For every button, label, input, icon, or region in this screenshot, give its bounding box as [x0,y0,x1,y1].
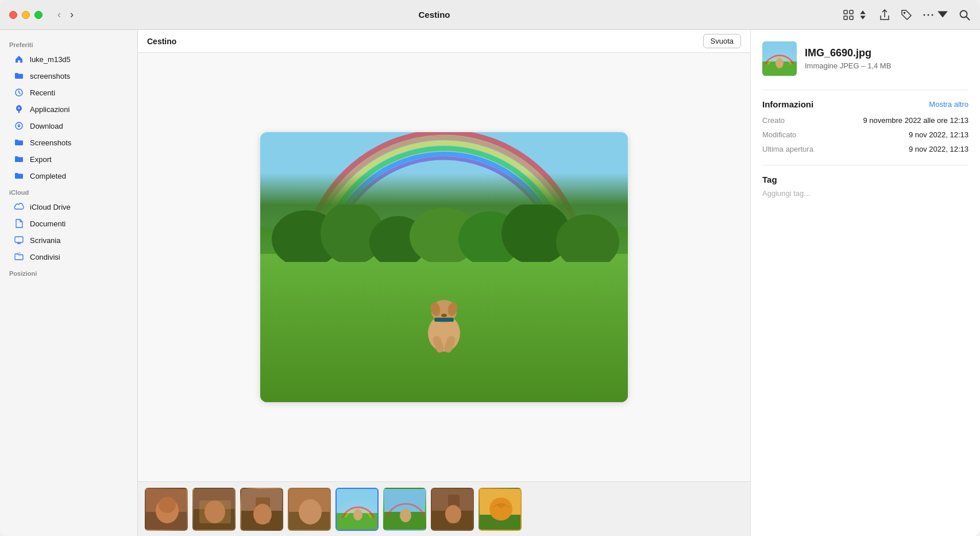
divider-1 [762,90,969,90]
ultima-apertura-value: 9 nov 2022, 12:13 [909,145,969,153]
toolbar [842,9,971,21]
svg-rect-0 [844,10,847,14]
view-switcher-button[interactable] [842,9,869,21]
thumbnail-6[interactable] [383,488,426,531]
svg-point-33 [159,497,176,513]
preview-image [260,132,628,402]
info-panel: IMG_6690.jpg Immagine JPEG – 1,4 MB Info… [750,30,980,536]
thumb-preview-3 [241,489,283,531]
info-row-modificato: Modificato 9 nov 2022, 12:13 [762,130,969,139]
svg-point-57 [489,498,512,520]
thumbnails-strip [138,481,750,536]
sidebar-item-label: Recenti [30,88,55,97]
home-icon [14,54,24,64]
sidebar-item-condivisi[interactable]: Condivisi [5,249,133,265]
search-button[interactable] [958,9,971,21]
breadcrumb-title: Cestino [147,37,176,46]
sidebar-item-documenti[interactable]: Documenti [5,215,133,232]
info-section-header: Informazioni Mostra altro [762,99,969,109]
ellipsis-icon [922,9,935,21]
modificato-label: Modificato [762,130,796,139]
thumb-preview-4 [289,489,331,531]
chevron-down-icon [936,9,949,21]
sidebar-item-icloud-drive[interactable]: iCloud Drive [5,199,133,215]
document-icon [14,218,24,229]
tag-input[interactable]: Aggiungi tag... [762,189,969,198]
info-file-name: IMG_6690.jpg [805,47,891,60]
download-icon [14,121,24,131]
sidebar-item-recenti[interactable]: Recenti [5,84,133,101]
folder-icon [14,71,24,81]
folder-icon [14,154,24,164]
thumbnail-1[interactable] [145,488,188,531]
sidebar-item-label: screenshots [30,72,70,80]
content-pane: Cestino Svuota [138,30,750,536]
folder-icon [14,137,24,148]
sidebar-section-posizioni: Posizioni [0,265,137,279]
shared-icon [14,252,24,262]
svg-point-11 [18,107,20,109]
thumbnail-5-selected[interactable] [335,488,379,531]
svg-rect-2 [844,16,847,20]
divider-2 [762,165,969,165]
svg-line-9 [966,17,970,20]
thumb-preview-2 [194,489,236,531]
svg-point-41 [253,504,272,525]
thumbnail-3[interactable] [240,488,283,531]
sidebar-item-screenshots2[interactable]: Screenshots [5,134,133,151]
sidebar-item-download[interactable]: Download [5,118,133,134]
thumbnail-7[interactable] [431,488,474,531]
info-section-informazioni: Informazioni Mostra altro Creato 9 novem… [762,99,969,153]
svg-point-6 [928,14,929,16]
sidebar-item-export[interactable]: Export [5,151,133,167]
sidebar-item-label: Applicazioni [30,105,70,114]
thumbnail-4[interactable] [288,488,331,531]
info-file-header: IMG_6690.jpg Immagine JPEG – 1,4 MB [762,41,969,76]
window-title: Cestino [26,10,842,20]
sidebar: Preferiti luke_m13d5 screenshots [0,30,138,536]
tag-icon [900,9,913,21]
tag-button[interactable] [900,9,913,21]
main-container: Preferiti luke_m13d5 screenshots [0,30,980,536]
sidebar-item-screenshots[interactable]: screenshots [5,68,133,84]
share-button[interactable] [878,9,891,21]
tag-section-title: Tag [762,175,969,184]
sidebar-item-applicazioni[interactable]: Applicazioni [5,101,133,117]
sidebar-item-label: Screenshots [30,138,71,147]
close-button[interactable] [9,11,17,19]
sidebar-item-label: Completed [30,172,66,180]
info-file-type: Immagine JPEG – 1,4 MB [805,61,891,70]
thumb-preview-6 [384,489,426,531]
ultima-apertura-label: Ultima apertura [762,145,813,153]
sidebar-item-scrivania[interactable]: Scrivania [5,232,133,248]
thumbnail-2[interactable] [192,488,236,531]
sidebar-item-label: Scrivania [30,236,60,245]
svg-point-50 [400,508,411,522]
svg-point-37 [205,500,225,523]
thumb-preview-1 [146,489,188,531]
sidebar-section-preferiti: Preferiti [0,37,137,51]
sidebar-item-label: Documenti [30,219,65,228]
rocket-icon [14,104,24,114]
sidebar-item-label: Download [30,122,63,130]
svuota-button[interactable]: Svuota [703,34,741,48]
preview-area [138,53,750,481]
svg-point-7 [932,14,933,16]
info-row-creato: Creato 9 novembre 2022 alle ore 12:13 [762,116,969,125]
breadcrumb-bar: Cestino Svuota [138,30,750,53]
svg-point-5 [924,14,925,16]
thumb-preview-8 [480,489,522,531]
svg-point-44 [299,499,322,525]
thumbnail-8[interactable] [479,488,522,531]
more-options-button[interactable] [922,9,949,21]
svg-point-4 [904,12,905,13]
info-file-meta: IMG_6690.jpg Immagine JPEG – 1,4 MB [805,47,891,70]
svg-point-60 [775,58,784,68]
sidebar-item-luke[interactable]: luke_m13d5 [5,51,133,67]
sidebar-item-completed[interactable]: Completed [5,168,133,184]
svg-point-47 [353,509,362,520]
sidebar-item-label: iCloud Drive [30,203,71,211]
sidebar-item-label: Condivisi [30,253,60,261]
mostra-altro-link[interactable]: Mostra altro [929,100,969,109]
svg-point-54 [445,505,461,523]
